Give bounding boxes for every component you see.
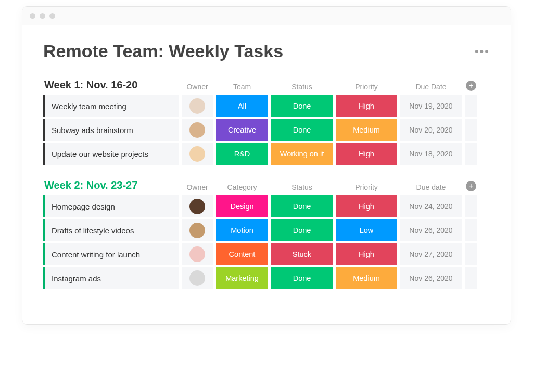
row-end-cell [465, 119, 477, 141]
row-end-cell [465, 143, 477, 165]
category-cell[interactable]: Content [216, 243, 268, 265]
task-name: Drafts of lifestyle videos [52, 226, 134, 235]
avatar [189, 122, 205, 138]
task-name: Weekly team meeting [52, 102, 126, 111]
priority-cell[interactable]: High [336, 243, 397, 265]
task-name: Homepage design [52, 202, 115, 211]
table-row[interactable]: Weekly team meeting All Done High Nov 19… [43, 95, 490, 117]
table-row[interactable]: Instagram ads Marketing Done Medium Nov … [43, 267, 490, 289]
team-cell[interactable]: R&D [216, 143, 268, 165]
task-name-cell[interactable]: Subway ads brainstorm [43, 119, 179, 141]
due-date-cell[interactable]: Nov 20, 2020 [400, 119, 462, 141]
column-header-due[interactable]: Due Date [400, 83, 462, 91]
table-row[interactable]: Homepage design Design Done High Nov 24,… [43, 195, 490, 217]
owner-cell[interactable] [182, 243, 213, 265]
owner-cell[interactable] [182, 195, 213, 217]
category-cell[interactable]: Marketing [216, 267, 268, 289]
status-cell[interactable]: Done [271, 195, 333, 217]
status-cell[interactable]: Stuck [271, 243, 333, 265]
task-name: Update our website projects [52, 150, 148, 159]
column-header-priority[interactable]: Priority [336, 183, 397, 191]
priority-cell[interactable]: High [336, 195, 397, 217]
due-date-cell[interactable]: Nov 26, 2020 [400, 267, 462, 289]
avatar [189, 146, 205, 162]
table-row[interactable]: Subway ads brainstorm Creative Done Medi… [43, 119, 490, 141]
team-cell[interactable]: Creative [216, 119, 268, 141]
column-header-status[interactable]: Status [271, 83, 333, 91]
row-end-cell [465, 195, 477, 217]
task-name: Subway ads brainstorm [52, 126, 133, 135]
status-cell[interactable]: Done [271, 267, 333, 289]
category-cell[interactable]: Design [216, 195, 268, 217]
avatar [189, 270, 205, 286]
status-cell[interactable]: Done [271, 119, 333, 141]
board-header: Remote Team: Weekly Tasks ••• [43, 41, 490, 61]
column-header-category[interactable]: Category [216, 183, 268, 191]
priority-cell[interactable]: High [336, 143, 397, 165]
priority-cell[interactable]: Medium [336, 267, 397, 289]
due-date-cell[interactable]: Nov 24, 2020 [400, 195, 462, 217]
avatar [189, 246, 205, 262]
row-end-cell [465, 243, 477, 265]
task-name: Instagram ads [52, 274, 101, 283]
priority-cell[interactable]: Low [336, 219, 397, 241]
due-date-cell[interactable]: Nov 19, 2020 [400, 95, 462, 117]
column-header-team[interactable]: Team [216, 83, 268, 91]
group-header: Week 2: Nov. 23-27 Owner Category Status… [43, 179, 490, 195]
row-end-cell [465, 95, 477, 117]
add-column-button[interactable]: + [466, 81, 476, 91]
table-row[interactable]: Content writing for launch Content Stuck… [43, 243, 490, 265]
status-cell[interactable]: Done [271, 95, 333, 117]
avatar [189, 98, 205, 114]
window-control-dot[interactable] [40, 13, 45, 19]
group-title[interactable]: Week 1: Nov. 16-20 [43, 79, 179, 91]
team-cell[interactable]: All [216, 95, 268, 117]
task-name-cell[interactable]: Instagram ads [43, 267, 179, 289]
owner-cell[interactable] [182, 219, 213, 241]
owner-cell[interactable] [182, 143, 213, 165]
status-cell[interactable]: Working on it [271, 143, 333, 165]
group-title[interactable]: Week 2: Nov. 23-27 [43, 179, 179, 191]
group-week1: Week 1: Nov. 16-20 Owner Team Status Pri… [43, 79, 490, 165]
group-header: Week 1: Nov. 16-20 Owner Team Status Pri… [43, 79, 490, 95]
task-name-cell[interactable]: Homepage design [43, 195, 179, 217]
priority-cell[interactable]: Medium [336, 119, 397, 141]
column-header-status[interactable]: Status [271, 183, 333, 191]
group-week2: Week 2: Nov. 23-27 Owner Category Status… [43, 179, 490, 289]
window-control-dot[interactable] [30, 13, 35, 19]
app-window: Remote Team: Weekly Tasks ••• Week 1: No… [22, 6, 511, 325]
priority-cell[interactable]: High [336, 95, 397, 117]
owner-cell[interactable] [182, 267, 213, 289]
task-name-cell[interactable]: Content writing for launch [43, 243, 179, 265]
column-header-owner[interactable]: Owner [182, 183, 213, 191]
task-name-cell[interactable]: Weekly team meeting [43, 95, 179, 117]
status-cell[interactable]: Done [271, 219, 333, 241]
board-content: Remote Team: Weekly Tasks ••• Week 1: No… [22, 25, 511, 324]
owner-cell[interactable] [182, 119, 213, 141]
due-date-cell[interactable]: Nov 27, 2020 [400, 243, 462, 265]
table-row[interactable]: Drafts of lifestyle videos Motion Done L… [43, 219, 490, 241]
avatar [189, 223, 205, 238]
window-control-dot[interactable] [49, 13, 55, 19]
due-date-cell[interactable]: Nov 18, 2020 [400, 143, 462, 165]
category-cell[interactable]: Motion [216, 219, 268, 241]
add-column-button[interactable]: + [466, 181, 476, 191]
board-more-button[interactable]: ••• [475, 45, 490, 58]
task-name-cell[interactable]: Drafts of lifestyle videos [43, 219, 179, 241]
avatar [189, 199, 205, 214]
page-title: Remote Team: Weekly Tasks [43, 41, 283, 61]
column-header-owner[interactable]: Owner [182, 83, 213, 91]
window-titlebar [22, 7, 511, 25]
task-name-cell[interactable]: Update our website projects [43, 143, 179, 165]
row-end-cell [465, 267, 477, 289]
column-header-priority[interactable]: Priority [336, 83, 397, 91]
row-end-cell [465, 219, 477, 241]
due-date-cell[interactable]: Nov 26, 2020 [400, 219, 462, 241]
owner-cell[interactable] [182, 95, 213, 117]
column-header-due[interactable]: Due date [400, 183, 462, 191]
table-row[interactable]: Update our website projects R&D Working … [43, 143, 490, 165]
task-name: Content writing for launch [52, 250, 140, 259]
